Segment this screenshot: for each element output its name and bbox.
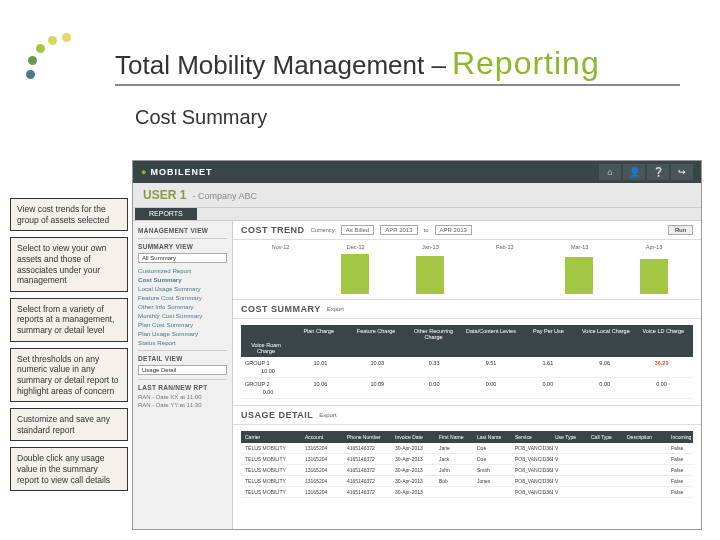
title-accent: Reporting bbox=[452, 45, 600, 82]
cell: 0.33 bbox=[407, 360, 462, 366]
col-h: Plan Charge bbox=[291, 328, 346, 340]
trend-title: COST TREND bbox=[241, 225, 305, 235]
table-row[interactable]: TELUS MOBILITY13165204416514637230-Apr-2… bbox=[241, 465, 693, 476]
side-link[interactable]: Status Report bbox=[138, 339, 227, 346]
cell: False bbox=[669, 445, 691, 451]
summary-header: COST SUMMARY Export bbox=[233, 300, 701, 319]
export-link[interactable]: Export bbox=[327, 306, 344, 312]
cell: TELUS MOBILITY bbox=[243, 478, 303, 484]
app-brand: MOBILENET bbox=[141, 167, 212, 177]
col-h: Invoice Date bbox=[393, 434, 437, 440]
callout: View cost trends for the group of assets… bbox=[10, 198, 128, 231]
table-row[interactable]: TELUS MOBILITY13165204416514637230-Apr-2… bbox=[241, 443, 693, 454]
cell: PO8_VANCID36E158 bbox=[513, 456, 553, 462]
cell: PO8_VANCID36E146 bbox=[513, 478, 553, 484]
chart-bar bbox=[640, 259, 668, 294]
col-h bbox=[243, 328, 289, 340]
cell: 13165204 bbox=[303, 467, 345, 473]
cell: False bbox=[669, 456, 691, 462]
nav-exit-icon[interactable]: ↪ bbox=[671, 164, 693, 180]
cell: GROUP 1 bbox=[245, 360, 291, 366]
side-link[interactable]: Plan Usage Summary bbox=[138, 330, 227, 337]
cell bbox=[589, 456, 625, 462]
currency-select[interactable]: As Billed bbox=[341, 225, 374, 235]
col-h: Use Type bbox=[553, 434, 589, 440]
side-sub: RAN - Date XX at 11:00 bbox=[138, 394, 227, 400]
cell: 0.00 bbox=[634, 381, 689, 387]
run-button[interactable]: Run bbox=[668, 225, 693, 235]
detail-header: USAGE DETAIL Export bbox=[233, 406, 701, 425]
chart-bar bbox=[565, 257, 593, 295]
table-row[interactable]: GROUP 210.0610.090.000.000.000.000.000.0… bbox=[241, 378, 693, 399]
cell: False bbox=[669, 489, 691, 495]
cell bbox=[625, 456, 669, 462]
summary-select[interactable]: All Summary bbox=[138, 253, 227, 263]
cell: 4165146372 bbox=[345, 478, 393, 484]
cell: 30-Apr-2013 bbox=[393, 445, 437, 451]
cell: 10.06 bbox=[293, 381, 348, 387]
callout-list: View cost trends for the group of assets… bbox=[10, 198, 128, 491]
col-h: Pay Per Use bbox=[521, 328, 576, 340]
sidebar: MANAGEMENT VIEW SUMMARY VIEW All Summary… bbox=[133, 221, 233, 529]
cell bbox=[475, 489, 513, 495]
side-link[interactable]: Customized Report bbox=[138, 267, 227, 274]
side-h-lastran: LAST RAN/NEW RPT bbox=[138, 384, 227, 391]
cell: 1.61 bbox=[520, 360, 575, 366]
table-row[interactable]: TELUS MOBILITY13165204416514637230-Apr-2… bbox=[241, 454, 693, 465]
nav-help-icon[interactable]: ❔ bbox=[647, 164, 669, 180]
callout: Set thresholds on any numeric value in a… bbox=[10, 348, 128, 403]
cell: PO8_VANCID36E144 bbox=[513, 467, 553, 473]
detail-select[interactable]: Usage Detail bbox=[138, 365, 227, 375]
summary-table: Plan ChargeFeature ChargeOther Recurring… bbox=[233, 319, 701, 406]
cell: V bbox=[553, 478, 589, 484]
table-row[interactable]: TELUS MOBILITY13165204416514637230-Apr-2… bbox=[241, 487, 693, 498]
page-title-row: Total Mobility Management – Reporting bbox=[115, 45, 680, 86]
cell bbox=[589, 445, 625, 451]
cell: 4165146372 bbox=[345, 456, 393, 462]
callout: Select to view your own assets and those… bbox=[10, 237, 128, 292]
chart-bar bbox=[341, 254, 369, 294]
col-h: Phone Number bbox=[345, 434, 393, 440]
cell: 0.00 bbox=[520, 381, 575, 387]
cell: 30-Apr-2013 bbox=[393, 467, 437, 473]
cell: 13165204 bbox=[303, 456, 345, 462]
tab-reports[interactable]: REPORTS bbox=[135, 208, 197, 220]
x-tick: Dec-12 bbox=[347, 244, 365, 250]
cell: Smith bbox=[475, 467, 513, 473]
side-link[interactable]: Feature Cost Summary bbox=[138, 294, 227, 301]
cell: 0.00 bbox=[407, 381, 462, 387]
table-row[interactable]: GROUP 110.0110.030.339.511.619.0636.2010… bbox=[241, 357, 693, 378]
cell bbox=[625, 478, 669, 484]
nav-user-icon[interactable]: 👤 bbox=[623, 164, 645, 180]
cell: Bob bbox=[437, 478, 475, 484]
user-name: USER 1 bbox=[143, 188, 186, 202]
cell: TELUS MOBILITY bbox=[243, 489, 303, 495]
col-h: Data/Content Levies bbox=[463, 328, 518, 340]
app-window: MOBILENET ⌂ 👤 ❔ ↪ USER 1 - Company ABC R… bbox=[132, 160, 702, 530]
cell: 9.06 bbox=[577, 360, 632, 366]
cell: 4165146372 bbox=[345, 467, 393, 473]
cell: 13165204 bbox=[303, 445, 345, 451]
cell: TELUS MOBILITY bbox=[243, 467, 303, 473]
chart-bar bbox=[416, 256, 444, 294]
user-bar: USER 1 - Company ABC bbox=[133, 183, 701, 207]
side-link[interactable]: Other Info Summary bbox=[138, 303, 227, 310]
nav-home-icon[interactable]: ⌂ bbox=[599, 164, 621, 180]
from-date[interactable]: APR 2013 bbox=[380, 225, 417, 235]
side-link[interactable]: Plan Cost Summary bbox=[138, 321, 227, 328]
export-link[interactable]: Export bbox=[319, 412, 336, 418]
x-tick: Nov-12 bbox=[272, 244, 290, 250]
cell: 10.00 bbox=[245, 368, 291, 374]
to-date[interactable]: APR 2013 bbox=[435, 225, 472, 235]
cell: 0.00 bbox=[577, 381, 632, 387]
side-link[interactable]: Local Usage Summary bbox=[138, 285, 227, 292]
cell: 10.03 bbox=[350, 360, 405, 366]
col-h: First Name bbox=[437, 434, 475, 440]
side-link[interactable]: Monthly Cost Summary bbox=[138, 312, 227, 319]
detail-table: CarrierAccountPhone NumberInvoice DateFi… bbox=[233, 425, 701, 529]
app-topnav: ⌂ 👤 ❔ ↪ bbox=[599, 164, 693, 180]
cell: 4165146372 bbox=[345, 489, 393, 495]
side-link-active[interactable]: Cost Summary bbox=[138, 276, 227, 283]
cell bbox=[437, 489, 475, 495]
table-row[interactable]: TELUS MOBILITY13165204416514637230-Apr-2… bbox=[241, 476, 693, 487]
